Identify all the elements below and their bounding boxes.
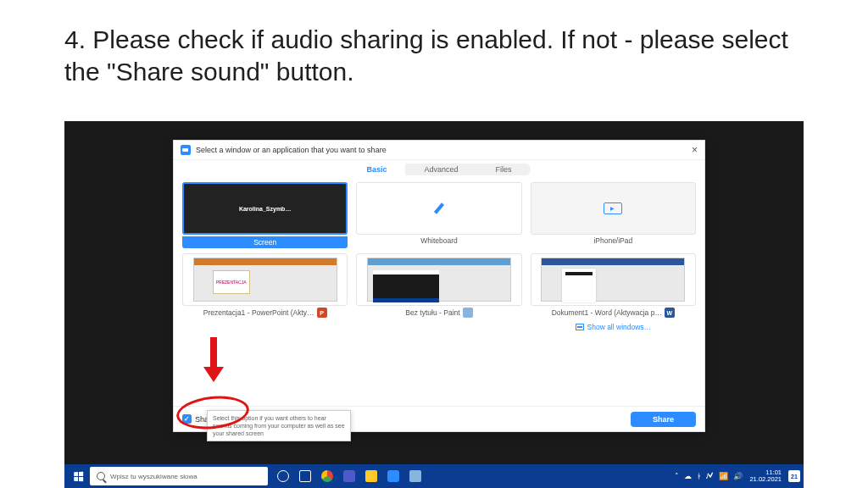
taskbar-clock[interactable]: 11:01 21.02.2021 [749, 469, 782, 484]
paint-task-icon [409, 470, 421, 482]
taskbar-explorer[interactable] [361, 467, 381, 485]
show-all-windows[interactable]: Show all windows… [531, 323, 696, 331]
tabs: Basic Advanced Files [174, 164, 704, 175]
option-iphone[interactable]: iPhone/iPad [531, 182, 696, 248]
option-paint-label: Bez tytułu - Paint [405, 308, 472, 318]
teams-icon [343, 470, 355, 482]
share-options-grid: Karolina_Szymb… Screen Whiteboard iPhone… [174, 182, 704, 331]
option-whiteboard[interactable]: Whiteboard [356, 182, 521, 248]
wifi-icon[interactable]: 📶 [719, 472, 728, 480]
bluetooth-icon[interactable]: ᚼ [697, 472, 701, 480]
option-powerpoint-label: Prezentacja1 - PowerPoint (Akty… [203, 308, 327, 318]
battery-icon[interactable]: 🗲 [706, 472, 714, 480]
tab-basic[interactable]: Basic [348, 164, 405, 175]
paint-icon [463, 308, 473, 318]
option-word[interactable]: Dokument1 - Word (Aktywacja p… [531, 253, 696, 318]
option-paint[interactable]: Bez tytułu - Paint [356, 253, 521, 318]
zoom-task-icon [387, 470, 399, 482]
dialog-title: Select a window or an application that y… [196, 146, 387, 154]
cortana-icon [277, 470, 289, 482]
annotation-arrow [203, 337, 224, 382]
word-icon [665, 308, 675, 318]
option-whiteboard-label: Whiteboard [420, 236, 457, 245]
tab-files[interactable]: Files [477, 164, 531, 175]
taskbar-cortana[interactable] [273, 467, 293, 485]
zoom-icon [181, 145, 191, 155]
option-word-label: Dokument1 - Word (Aktywacja p… [552, 308, 675, 318]
taskbar-teams[interactable] [339, 467, 359, 485]
taskbar-chrome[interactable] [317, 467, 337, 485]
chrome-icon [321, 470, 333, 482]
instruction-text: 4. Please check if audio sharing is enab… [64, 24, 804, 87]
clock-date: 21.02.2021 [749, 476, 782, 483]
taskbar-zoom[interactable] [383, 467, 403, 485]
chevron-up-icon[interactable]: ˄ [675, 472, 679, 480]
screenshot-frame: Select a window or an application that y… [64, 121, 804, 488]
taskbar-paint[interactable] [405, 467, 426, 485]
taskview-icon [299, 470, 311, 482]
share-dialog: Select a window or an application that y… [173, 140, 705, 432]
close-icon[interactable]: × [692, 144, 698, 156]
taskbar: Wpisz tu wyszukiwane słowa ˄ ☁ ᚼ [64, 464, 804, 488]
pencil-icon [431, 200, 448, 217]
powerpoint-icon [317, 308, 327, 318]
windows-list-icon [576, 324, 584, 330]
taskbar-search[interactable]: Wpisz tu wyszukiwane słowa [90, 467, 268, 485]
volume-icon[interactable]: 🔊 [733, 472, 743, 480]
taskbar-taskview[interactable] [295, 467, 315, 485]
windows-icon [74, 471, 83, 480]
tab-advanced[interactable]: Advanced [405, 164, 476, 175]
search-icon [97, 472, 105, 480]
start-button[interactable] [68, 467, 88, 485]
dialog-header: Select a window or an application that y… [174, 141, 704, 160]
onedrive-icon[interactable]: ☁ [684, 472, 692, 480]
system-tray[interactable]: ˄ ☁ ᚼ 🗲 📶 🔊 [675, 472, 743, 480]
option-screen-label: Screen [182, 236, 348, 248]
option-powerpoint[interactable]: PREZENTACJA Prezentacja1 - PowerPoint (A… [182, 253, 348, 318]
meeting-participant-name: Karolina_Szymb… [239, 206, 291, 212]
taskbar-apps [273, 467, 426, 485]
search-placeholder: Wpisz tu wyszukiwane słowa [110, 473, 198, 480]
notification-center[interactable]: 21 [788, 470, 800, 482]
share-button[interactable]: Share [631, 412, 696, 427]
option-iphone-label: iPhone/iPad [593, 236, 632, 245]
show-all-label: Show all windows… [587, 323, 652, 331]
option-screen[interactable]: Karolina_Szymb… Screen [182, 182, 348, 248]
folder-icon [365, 470, 377, 482]
airplay-icon [604, 202, 622, 214]
slide-mini-text: PREZENTACJA [213, 270, 250, 294]
